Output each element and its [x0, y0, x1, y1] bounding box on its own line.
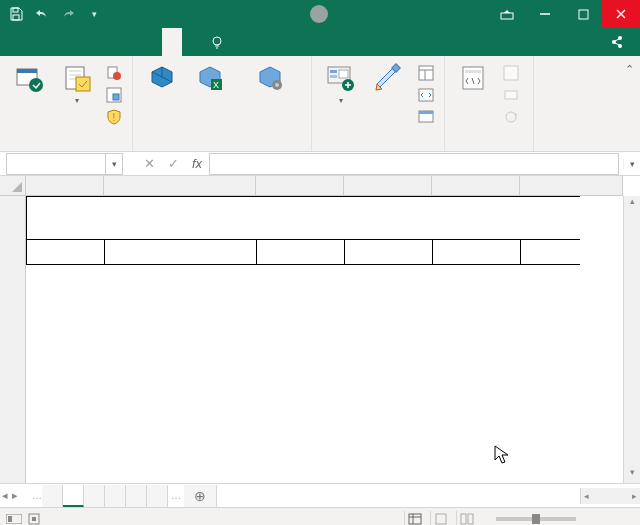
add-sheet-button[interactable]: ⊕	[184, 485, 217, 507]
formula-bar-expand[interactable]: ▾	[623, 159, 640, 169]
svg-point-24	[275, 83, 279, 87]
lightbulb-icon	[210, 35, 224, 49]
sheet-tab-pingan[interactable]	[105, 485, 126, 507]
sheet-tab-icbc[interactable]	[147, 485, 168, 507]
select-all-corner[interactable]	[0, 176, 26, 196]
undo-icon[interactable]	[30, 2, 54, 26]
col-B[interactable]	[104, 176, 256, 195]
user-badge[interactable]	[310, 5, 328, 23]
addins-icon	[146, 62, 178, 94]
share-button[interactable]	[600, 28, 638, 56]
col-F[interactable]	[520, 176, 623, 195]
sheet-nav-prev[interactable]: ◂	[2, 489, 12, 502]
tellme-button[interactable]	[202, 35, 236, 49]
header-summary[interactable]	[104, 239, 257, 265]
run-dialog-button[interactable]	[414, 106, 438, 128]
sheet-tab-citic[interactable]	[84, 485, 105, 507]
design-mode-button[interactable]	[366, 60, 412, 98]
name-box-dropdown[interactable]: ▾	[106, 153, 123, 175]
svg-rect-12	[17, 69, 37, 73]
horizontal-scrollbar[interactable]: ◂▸	[580, 488, 640, 504]
ribbon-options-icon[interactable]	[488, 0, 526, 28]
cancel-entry-button[interactable]: ✕	[137, 152, 161, 176]
page-layout-view-button[interactable]	[430, 511, 450, 526]
svg-rect-27	[330, 75, 337, 78]
tab-insert[interactable]	[42, 28, 62, 56]
confirm-entry-button[interactable]: ✓	[161, 152, 185, 176]
properties-icon	[418, 65, 434, 81]
macro-record-status-icon[interactable]	[28, 513, 40, 525]
svg-rect-4	[579, 10, 588, 19]
tab-developer[interactable]	[162, 28, 182, 56]
chevron-down-icon: ▾	[339, 96, 343, 106]
tab-layout[interactable]	[62, 28, 82, 56]
redo-icon[interactable]	[56, 2, 80, 26]
sheet-tab-ccb8372[interactable]	[126, 485, 147, 507]
status-ready-icon	[6, 514, 22, 524]
properties-button[interactable]	[414, 62, 438, 84]
excel-addins-button[interactable]: X	[187, 60, 233, 98]
record-macro-button[interactable]	[102, 62, 126, 84]
svg-rect-40	[505, 91, 517, 99]
svg-rect-39	[504, 66, 518, 80]
insert-control-button[interactable]: ▾	[318, 60, 364, 108]
record-icon	[106, 65, 122, 81]
collapse-ribbon-button[interactable]: ⌃	[620, 60, 638, 78]
col-D[interactable]	[344, 176, 432, 195]
view-code-button[interactable]	[414, 84, 438, 106]
col-C[interactable]	[256, 176, 344, 195]
sheet-nav-next[interactable]: ▸	[12, 489, 22, 502]
vertical-scrollbar[interactable]: ▴ ▾	[623, 196, 640, 483]
header-balance[interactable]	[432, 239, 521, 265]
tab-help[interactable]	[182, 28, 202, 56]
relative-ref-button[interactable]	[102, 84, 126, 106]
minimize-button[interactable]	[526, 0, 564, 28]
svg-rect-0	[13, 8, 18, 12]
sheet-tab-ccb7777[interactable]	[63, 485, 84, 507]
share-icon	[610, 35, 624, 49]
maximize-button[interactable]	[564, 0, 602, 28]
fx-button[interactable]: fx	[185, 152, 209, 176]
shield-icon: !	[106, 109, 122, 125]
visual-basic-button[interactable]	[6, 60, 52, 98]
header-credit[interactable]	[344, 239, 433, 265]
macro-security-button[interactable]: !	[102, 106, 126, 128]
column-headers[interactable]	[26, 176, 623, 196]
close-button[interactable]	[602, 0, 640, 28]
normal-view-button[interactable]	[404, 511, 424, 526]
header-debit[interactable]	[256, 239, 345, 265]
formula-bar[interactable]	[209, 153, 619, 175]
xml-source-button[interactable]	[451, 60, 497, 98]
tab-view[interactable]	[142, 28, 162, 56]
macros-button[interactable]: ▾	[54, 60, 100, 108]
header-date[interactable]	[26, 239, 105, 265]
cell-grid[interactable]	[26, 196, 623, 483]
tab-home[interactable]	[22, 28, 42, 56]
tab-formulas[interactable]	[82, 28, 102, 56]
sheet-tab-summary[interactable]	[42, 485, 63, 507]
addins-button[interactable]	[139, 60, 185, 98]
map-properties-button	[499, 62, 527, 84]
vb-icon	[13, 62, 45, 94]
col-A[interactable]	[26, 176, 104, 195]
col-E[interactable]	[432, 176, 520, 195]
svg-rect-44	[32, 517, 36, 521]
row-headers[interactable]	[0, 196, 26, 483]
name-box[interactable]	[6, 153, 106, 175]
zoom-slider[interactable]	[496, 517, 576, 521]
svg-rect-2	[501, 13, 513, 19]
header-blank[interactable]	[520, 239, 580, 265]
svg-rect-28	[339, 70, 348, 78]
svg-point-13	[29, 78, 43, 92]
refresh-icon	[503, 109, 519, 125]
tab-file[interactable]	[2, 28, 22, 56]
save-icon[interactable]	[4, 2, 28, 26]
tab-review[interactable]	[122, 28, 142, 56]
design-mode-icon	[373, 62, 405, 94]
excel-addins-icon: X	[194, 62, 226, 94]
tab-data[interactable]	[102, 28, 122, 56]
com-addins-button[interactable]	[235, 60, 305, 98]
qat-dropdown-icon[interactable]: ▾	[82, 2, 106, 26]
page-break-view-button[interactable]	[456, 511, 476, 526]
sheet-title[interactable]	[26, 196, 580, 240]
